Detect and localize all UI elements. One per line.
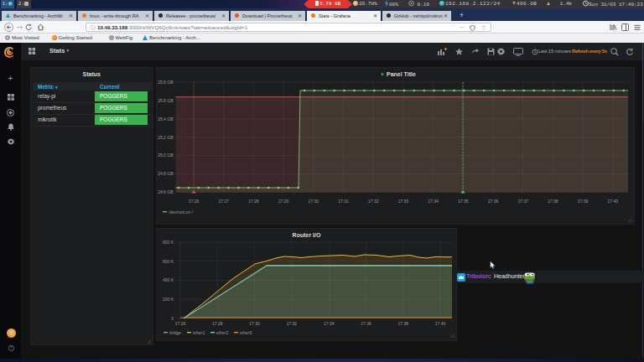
svg-text:17:35: 17:35 <box>458 199 469 204</box>
svg-text:25.6 GB: 25.6 GB <box>158 98 174 103</box>
svg-text:17:38: 17:38 <box>398 321 409 326</box>
svg-text:17:32: 17:32 <box>287 321 298 326</box>
svg-text:600 K: 600 K <box>163 259 174 264</box>
svg-text:17:32: 17:32 <box>368 199 379 204</box>
svg-text:24.8 GB: 24.8 GB <box>158 171 174 176</box>
svg-text:17:39: 17:39 <box>578 199 589 204</box>
svg-text:17:26: 17:26 <box>175 321 186 326</box>
svg-text:17:33: 17:33 <box>398 199 409 204</box>
svg-text:17:34: 17:34 <box>324 321 335 326</box>
svg-text:800 K: 800 K <box>163 240 174 245</box>
svg-text:0: 0 <box>171 316 174 321</box>
svg-text:400 K: 400 K <box>163 277 174 282</box>
svg-text:17:28: 17:28 <box>212 321 223 326</box>
svg-text:17:40: 17:40 <box>435 321 446 326</box>
svg-text:ether5: ether5 <box>240 330 252 335</box>
svg-text:17:29: 17:29 <box>278 199 289 204</box>
svg-text:17:30: 17:30 <box>249 321 260 326</box>
svg-text:ether2: ether2 <box>216 330 228 335</box>
svg-text:25.2 GB: 25.2 GB <box>158 135 174 140</box>
svg-text:17:30: 17:30 <box>309 199 319 204</box>
svg-text:?: ? <box>10 346 13 350</box>
svg-text:17:31: 17:31 <box>338 199 349 204</box>
svg-text:17:27: 17:27 <box>218 199 229 204</box>
svg-text:25.4 GB: 25.4 GB <box>158 116 174 122</box>
svg-text:25.8 GB: 25.8 GB <box>158 80 174 85</box>
svg-text:24.6 GB: 24.6 GB <box>158 189 174 194</box>
svg-text:/dev/root on /: /dev/root on / <box>169 209 194 215</box>
svg-text:17:26: 17:26 <box>189 199 200 204</box>
svg-text:25.0 GB: 25.0 GB <box>158 153 174 158</box>
svg-text:17:36: 17:36 <box>361 321 371 326</box>
svg-text:200 K: 200 K <box>163 297 174 302</box>
svg-text:17:40: 17:40 <box>608 199 619 204</box>
svg-text:17:28: 17:28 <box>248 199 259 204</box>
svg-text:17:37: 17:37 <box>517 199 528 204</box>
svg-text:17:36: 17:36 <box>488 199 499 204</box>
svg-text:bridge: bridge <box>169 330 181 335</box>
svg-text:17:34: 17:34 <box>428 199 439 204</box>
svg-text:17:38: 17:38 <box>548 199 558 204</box>
svg-text:ether1: ether1 <box>193 330 205 335</box>
